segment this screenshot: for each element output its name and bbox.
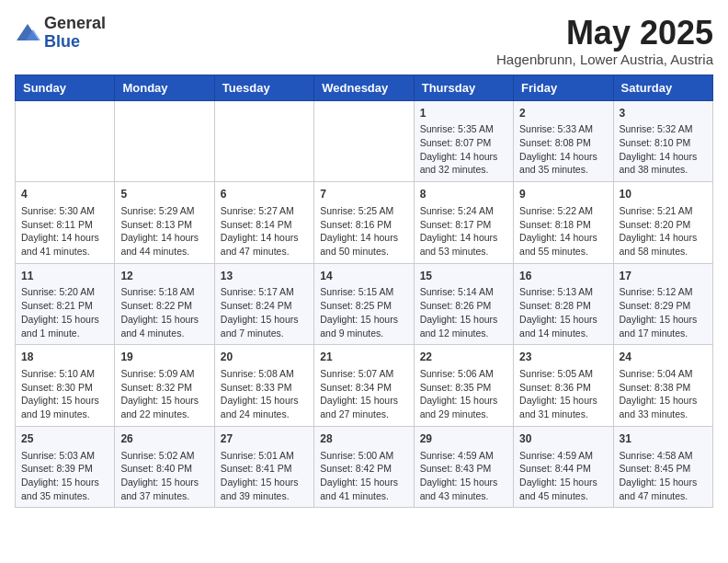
day-info: and 37 minutes.	[120, 489, 208, 503]
day-number: 20	[221, 350, 308, 365]
day-info: and 7 minutes.	[221, 327, 308, 340]
day-info: Sunset: 8:16 PM	[320, 218, 407, 232]
calendar-week: 11Sunrise: 5:20 AMSunset: 8:21 PMDayligh…	[16, 263, 713, 345]
header-day: Thursday	[414, 75, 513, 100]
day-info: Sunset: 8:33 PM	[221, 381, 308, 395]
calendar-cell: 5Sunrise: 5:29 AMSunset: 8:13 PMDaylight…	[115, 182, 214, 264]
day-info: Sunset: 8:39 PM	[21, 462, 108, 476]
day-info: Daylight: 15 hours	[21, 313, 108, 327]
day-info: Sunset: 8:42 PM	[320, 462, 407, 476]
calendar-table: SundayMondayTuesdayWednesdayThursdayFrid…	[15, 75, 713, 509]
day-number: 19	[120, 350, 208, 365]
logo-icon	[15, 20, 40, 46]
day-info: Sunrise: 5:33 AM	[519, 122, 607, 136]
day-number: 17	[620, 269, 707, 284]
calendar-cell: 22Sunrise: 5:06 AMSunset: 8:35 PMDayligh…	[414, 345, 513, 427]
day-info: Sunrise: 5:01 AM	[221, 449, 308, 463]
day-number: 29	[420, 431, 507, 447]
day-info: Sunrise: 5:09 AM	[120, 367, 208, 381]
day-info: Sunset: 8:41 PM	[221, 462, 308, 476]
day-info: Daylight: 15 hours	[420, 394, 507, 408]
day-number: 7	[320, 187, 407, 202]
day-info: Sunrise: 5:30 AM	[21, 204, 108, 218]
day-info: Daylight: 14 hours	[320, 231, 407, 245]
day-number: 15	[420, 269, 507, 284]
day-number: 4	[21, 187, 108, 202]
day-info: Sunset: 8:34 PM	[320, 381, 407, 395]
day-info: Sunrise: 5:14 AM	[420, 285, 507, 299]
day-info: Daylight: 15 hours	[320, 476, 407, 489]
day-info: Sunrise: 5:15 AM	[320, 285, 407, 299]
day-info: Sunset: 8:14 PM	[221, 218, 308, 232]
day-info: Sunrise: 4:59 AM	[519, 449, 607, 463]
day-info: Daylight: 15 hours	[519, 476, 607, 489]
day-info: Sunset: 8:36 PM	[519, 381, 607, 395]
header-day: Tuesday	[214, 75, 313, 100]
day-info: Sunrise: 5:21 AM	[620, 204, 707, 218]
calendar-cell: 1Sunrise: 5:35 AMSunset: 8:07 PMDaylight…	[414, 100, 513, 182]
day-info: Sunset: 8:38 PM	[620, 381, 707, 395]
day-info: Daylight: 15 hours	[620, 476, 707, 489]
day-info: Sunset: 8:26 PM	[420, 299, 507, 313]
calendar-cell	[214, 100, 313, 182]
day-info: Daylight: 15 hours	[21, 394, 108, 408]
header-row: SundayMondayTuesdayWednesdayThursdayFrid…	[16, 75, 713, 100]
day-info: Sunrise: 4:59 AM	[420, 449, 507, 463]
day-info: and 19 minutes.	[21, 408, 108, 421]
calendar-cell: 27Sunrise: 5:01 AMSunset: 8:41 PMDayligh…	[214, 426, 313, 508]
day-info: Sunset: 8:22 PM	[120, 299, 208, 313]
day-info: and 35 minutes.	[21, 489, 108, 503]
day-info: and 41 minutes.	[21, 245, 108, 259]
day-info: Sunrise: 5:00 AM	[320, 449, 407, 463]
day-info: and 33 minutes.	[620, 408, 707, 421]
calendar-cell: 14Sunrise: 5:15 AMSunset: 8:25 PMDayligh…	[314, 263, 414, 345]
day-number: 11	[21, 269, 108, 284]
page-header: General Blue May 2025 Hagenbrunn, Lower …	[15, 15, 713, 67]
header-day: Sunday	[16, 75, 115, 100]
day-info: and 22 minutes.	[120, 408, 208, 421]
day-info: and 9 minutes.	[320, 327, 407, 340]
day-info: and 58 minutes.	[620, 245, 707, 259]
day-info: Sunset: 8:43 PM	[420, 462, 507, 476]
day-number: 22	[420, 350, 507, 365]
day-info: Sunset: 8:28 PM	[519, 299, 607, 313]
day-info: and 44 minutes.	[120, 245, 208, 259]
day-number: 28	[320, 431, 407, 447]
day-info: Sunrise: 5:13 AM	[519, 285, 607, 299]
day-info: Sunrise: 5:24 AM	[420, 204, 507, 218]
day-info: Daylight: 15 hours	[320, 394, 407, 408]
day-number: 9	[519, 187, 607, 202]
calendar-cell: 18Sunrise: 5:10 AMSunset: 8:30 PMDayligh…	[16, 345, 115, 427]
calendar-cell: 25Sunrise: 5:03 AMSunset: 8:39 PMDayligh…	[16, 426, 115, 508]
location: Hagenbrunn, Lower Austria, Austria	[496, 52, 713, 67]
day-info: and 14 minutes.	[519, 327, 607, 340]
day-info: Sunrise: 5:17 AM	[221, 285, 308, 299]
header-day: Wednesday	[314, 75, 414, 100]
title-block: May 2025 Hagenbrunn, Lower Austria, Aust…	[496, 15, 713, 67]
day-info: and 45 minutes.	[519, 489, 607, 503]
day-info: and 31 minutes.	[519, 408, 607, 421]
calendar-cell: 12Sunrise: 5:18 AMSunset: 8:22 PMDayligh…	[115, 263, 214, 345]
day-info: Sunrise: 5:27 AM	[221, 204, 308, 218]
day-number: 14	[320, 269, 407, 284]
day-info: Sunset: 8:17 PM	[420, 218, 507, 232]
day-info: and 29 minutes.	[420, 408, 507, 421]
day-number: 26	[120, 431, 208, 447]
day-info: Sunrise: 5:10 AM	[21, 367, 108, 381]
day-info: Sunset: 8:13 PM	[120, 218, 208, 232]
calendar-week: 25Sunrise: 5:03 AMSunset: 8:39 PMDayligh…	[16, 426, 713, 508]
day-info: and 53 minutes.	[420, 245, 507, 259]
day-info: and 27 minutes.	[320, 408, 407, 421]
day-info: Sunrise: 5:05 AM	[519, 367, 607, 381]
day-number: 16	[519, 269, 607, 284]
day-info: Daylight: 15 hours	[519, 313, 607, 327]
day-info: and 12 minutes.	[420, 327, 507, 340]
day-info: Sunrise: 5:20 AM	[21, 285, 108, 299]
day-info: Sunset: 8:07 PM	[420, 136, 507, 150]
day-number: 27	[221, 431, 308, 447]
day-info: Daylight: 14 hours	[519, 231, 607, 245]
day-info: Sunrise: 4:58 AM	[620, 449, 707, 463]
day-info: Sunset: 8:32 PM	[120, 381, 208, 395]
day-info: and 35 minutes.	[519, 163, 607, 177]
day-info: Sunset: 8:25 PM	[320, 299, 407, 313]
